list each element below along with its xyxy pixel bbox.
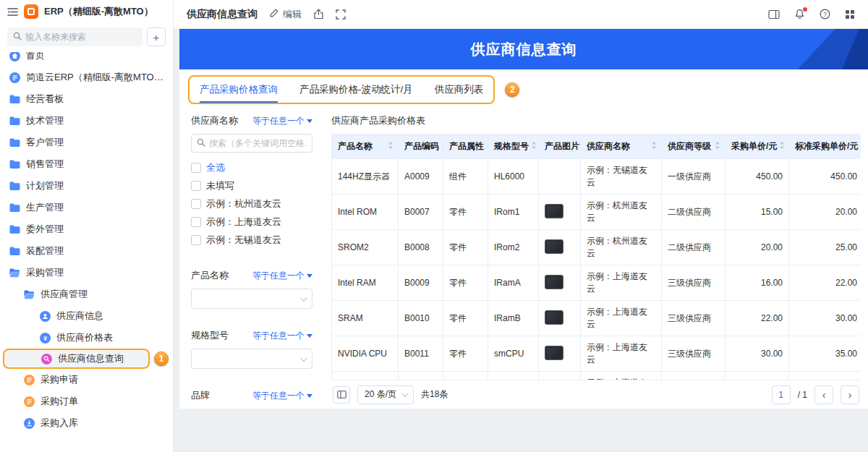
- sort-icon[interactable]: [531, 141, 537, 152]
- sidebar-item-4[interactable]: 客户管理: [3, 132, 169, 153]
- cell-code: B0007: [399, 195, 443, 230]
- folder-icon: [9, 247, 20, 256]
- filter-operator[interactable]: 等于任意一个: [252, 390, 312, 402]
- sidebar-item-8[interactable]: 委外管理: [3, 218, 169, 240]
- sidebar-item-15[interactable]: 采购申请: [3, 369, 169, 391]
- checkbox[interactable]: [191, 235, 201, 245]
- table-row-0[interactable]: 144HZ显示器A0009组件HL6000示例：无锡道友云一级供应商450.00…: [332, 159, 861, 195]
- current-page[interactable]: 1: [772, 385, 791, 404]
- caret-down-icon: [307, 274, 312, 281]
- filter-option-0[interactable]: 全选: [191, 158, 312, 176]
- edit-button[interactable]: 编辑: [269, 8, 302, 21]
- sidebar-item-5[interactable]: 销售管理: [3, 153, 169, 175]
- sidebar-item-label: 简道云ERP（精细版-离散MTO）「...: [26, 71, 169, 84]
- sidebar-item-11[interactable]: 供应商管理: [3, 283, 169, 305]
- sidebar-item-13[interactable]: ¥供应商价格表: [3, 327, 169, 349]
- sidebar-item-9[interactable]: 装配管理: [3, 240, 169, 262]
- filter-select[interactable]: [191, 289, 312, 309]
- table-scroll-area[interactable]: 产品名称产品编码产品属性规格型号产品图片供应商名称供应商等级采购单价/元标准采购…: [331, 134, 861, 380]
- filter-operator[interactable]: 等于任意一个: [252, 115, 312, 127]
- cell-std_price: 20.00: [789, 195, 861, 230]
- sidebar-row: 简道云ERP（精细版-离散MTO）「...: [3, 67, 170, 88]
- prev-page-button[interactable]: ‹: [814, 385, 833, 404]
- column-header-6[interactable]: 供应商等级: [662, 135, 726, 159]
- checkbox[interactable]: [191, 163, 201, 173]
- table-row-5[interactable]: NVIDIA CPUB0011零件smCPU示例：上海道友云三级供应商30.00…: [332, 336, 861, 372]
- sidebar-search-input[interactable]: [25, 32, 137, 42]
- apps-grid-icon[interactable]: [845, 9, 855, 20]
- add-button[interactable]: +: [147, 27, 166, 46]
- sidebar-item-2[interactable]: 经营看板: [3, 88, 169, 110]
- sidebar-row: 委外管理: [3, 218, 170, 240]
- filter-option-4[interactable]: 示例：无锡道友云: [191, 231, 312, 249]
- filter-search-box[interactable]: [191, 134, 312, 153]
- filter-search-input[interactable]: [209, 138, 307, 148]
- notifications-bell-icon[interactable]: [794, 9, 805, 20]
- sidebar-item-6[interactable]: 计划管理: [3, 175, 169, 197]
- sidebar-item-0[interactable]: 首页: [3, 52, 169, 67]
- fullscreen-icon[interactable]: [336, 9, 346, 20]
- sort-icon[interactable]: [779, 141, 785, 152]
- column-header-4[interactable]: 产品图片: [539, 135, 581, 159]
- sidebar-search-box[interactable]: [7, 27, 142, 46]
- sort-icon[interactable]: [860, 141, 861, 152]
- table-row-4[interactable]: SRAMB0010零件IRamB示例：上海道友云三级供应商22.0030.00: [332, 301, 861, 336]
- panel-toggle-icon[interactable]: [768, 9, 780, 20]
- folder-icon: [9, 225, 20, 234]
- sidebar-item-1[interactable]: 简道云ERP（精细版-离散MTO）「...: [3, 67, 169, 88]
- cell-supplier: 示例：杭州道友云: [581, 195, 662, 230]
- sort-icon[interactable]: [651, 141, 657, 152]
- table-row-3[interactable]: Intel RAMB0009零件IRamA示例：上海道友云三级供应商16.002…: [332, 265, 861, 301]
- next-page-button[interactable]: ›: [841, 385, 859, 404]
- sidebar-item-label: 供应商信息: [56, 310, 103, 323]
- table-row-2[interactable]: SROM2B0008零件IRom2示例：杭州道友云二级供应商20.0025.00: [332, 230, 861, 265]
- sort-icon[interactable]: [388, 141, 393, 152]
- sidebar-item-10[interactable]: 采购管理: [3, 262, 169, 283]
- table-row-6[interactable]: SupCPUB0012零件SupCPU示例：上海道友云三级供应商35.0040.…: [332, 372, 861, 380]
- sidebar-item-3[interactable]: 技术管理: [3, 110, 169, 132]
- filter-operator[interactable]: 等于任意一个: [252, 270, 312, 282]
- column-header-0[interactable]: 产品名称: [332, 135, 399, 159]
- sidebar-item-12[interactable]: 供应商信息: [3, 305, 169, 327]
- page-size-select[interactable]: 20 条/页: [357, 385, 414, 404]
- checkbox[interactable]: [191, 181, 201, 191]
- option-label: 未填写: [206, 179, 234, 192]
- table-row-1[interactable]: Intel ROMB0007零件IRom1示例：杭州道友云二级供应商15.002…: [332, 195, 861, 230]
- checkbox[interactable]: [191, 199, 201, 209]
- column-header-2[interactable]: 产品属性: [443, 135, 488, 159]
- column-settings-icon[interactable]: [333, 386, 350, 404]
- cell-price: 16.00: [726, 265, 789, 301]
- sort-icon[interactable]: [715, 141, 720, 152]
- share-icon[interactable]: [313, 9, 324, 20]
- tabs-row: 产品采购价格查询产品采购价格-波动统计/月供应商列表 2: [179, 69, 868, 104]
- filter-option-2[interactable]: 示例：杭州道友云: [191, 195, 312, 213]
- filter-group-1: 规格型号等于任意一个: [191, 329, 312, 369]
- filter-option-1[interactable]: 未填写: [191, 176, 312, 195]
- banner-title: 供应商信息查询: [471, 40, 577, 59]
- filter-select[interactable]: [191, 349, 312, 369]
- sidebar-item-label: 销售管理: [26, 158, 64, 171]
- column-header-7[interactable]: 采购单价/元: [726, 135, 789, 159]
- column-header-5[interactable]: 供应商名称: [581, 135, 662, 159]
- column-header-3[interactable]: 规格型号: [488, 135, 539, 159]
- collapse-sidebar-icon[interactable]: [7, 7, 18, 17]
- app-logo: [24, 4, 38, 19]
- filter-operator[interactable]: 等于任意一个: [252, 330, 312, 342]
- cell-grade: 二级供应商: [662, 230, 726, 265]
- column-header-8[interactable]: 标准采购单价/元: [789, 135, 861, 159]
- folder-open-icon: [9, 268, 20, 278]
- checkbox[interactable]: [191, 217, 201, 227]
- sidebar-item-7[interactable]: 生产管理: [3, 197, 169, 218]
- tab-2[interactable]: 供应商列表: [435, 77, 484, 103]
- sidebar-item-16[interactable]: 采购订单: [3, 391, 169, 412]
- chevron-down-icon: [300, 354, 307, 362]
- column-header-1[interactable]: 产品编码: [399, 135, 443, 159]
- filter-option-3[interactable]: 示例：上海道友云: [191, 213, 312, 231]
- tab-0[interactable]: 产品采购价格查询: [200, 77, 278, 103]
- help-icon[interactable]: ?: [820, 9, 830, 20]
- column-label: 供应商名称: [587, 140, 630, 153]
- sidebar-item-17[interactable]: 采购入库: [3, 412, 169, 434]
- tab-1[interactable]: 产品采购价格-波动统计/月: [299, 77, 413, 103]
- sidebar-item-14[interactable]: 供应商信息查询: [3, 349, 150, 369]
- cell-image: [539, 265, 581, 301]
